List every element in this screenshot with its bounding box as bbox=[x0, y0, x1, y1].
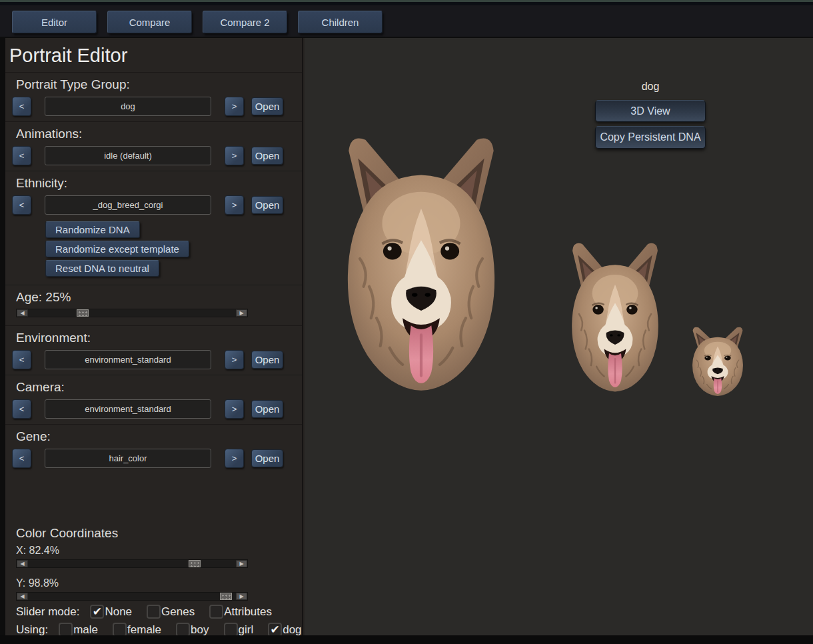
gene-value[interactable] bbox=[45, 449, 211, 468]
color-y-label: Y: 98.8% bbox=[16, 577, 294, 589]
color-x-slider-left-arrow-icon[interactable]: ◀ bbox=[17, 560, 28, 567]
color-x-label: X: 82.4% bbox=[16, 545, 294, 557]
color-y-slider[interactable]: ◀ ▶ bbox=[16, 592, 248, 601]
environment-label: Environment: bbox=[16, 331, 294, 345]
ethnicity-value[interactable] bbox=[45, 195, 211, 215]
section-portrait-type-group: Portrait Type Group: < > Open bbox=[5, 73, 302, 122]
portrait-type-group-value[interactable] bbox=[45, 97, 211, 116]
checkbox-girl-label: girl bbox=[239, 623, 254, 637]
ethnicity-open-button[interactable]: Open bbox=[251, 196, 283, 214]
portrait-type-group-label: Portrait Type Group: bbox=[16, 77, 294, 92]
color-y-slider-left-arrow-icon[interactable]: ◀ bbox=[17, 593, 28, 600]
tab-bar: Editor Compare Compare 2 Children bbox=[0, 5, 813, 38]
slider-mode-row: Slider mode: ✔ None Genes Attributes bbox=[16, 605, 294, 619]
ethnicity-prev-button[interactable]: < bbox=[12, 195, 31, 215]
checkbox-male[interactable] bbox=[59, 623, 73, 637]
portrait-large bbox=[327, 119, 515, 398]
checkbox-dog[interactable]: ✔ bbox=[268, 623, 282, 637]
tab-editor[interactable]: Editor bbox=[12, 11, 97, 33]
tab-compare[interactable]: Compare bbox=[107, 11, 192, 33]
using-row: Using: male female boy girl bbox=[16, 623, 294, 637]
animations-value[interactable] bbox=[45, 146, 211, 165]
color-x-slider-thumb[interactable] bbox=[189, 560, 201, 567]
view-3d-button[interactable]: 3D View bbox=[595, 100, 706, 122]
portrait-editor-window: Editor Compare Compare 2 Children Portra… bbox=[0, 0, 813, 644]
section-environment: Environment: < > Open bbox=[5, 326, 302, 375]
checkbox-female-label: female bbox=[127, 623, 161, 637]
copy-persistent-dna-button[interactable]: Copy Persistent DNA bbox=[595, 126, 706, 149]
randomize-dna-button[interactable]: Randomize DNA bbox=[45, 221, 140, 238]
age-slider-left-arrow-icon[interactable]: ◀ bbox=[17, 309, 28, 317]
portrait-type-group-open-button[interactable]: Open bbox=[251, 97, 283, 115]
section-camera: Camera: < > Open bbox=[5, 375, 302, 425]
checkbox-attributes-label: Attributes bbox=[224, 605, 272, 619]
section-gene: Gene: < > Open bbox=[5, 425, 302, 473]
checkbox-male-label: male bbox=[73, 623, 98, 637]
environment-prev-button[interactable]: < bbox=[12, 350, 31, 369]
ethnicity-label: Ethnicity: bbox=[16, 176, 294, 191]
portrait-caption: dog bbox=[595, 81, 706, 93]
ethnicity-next-button[interactable]: > bbox=[225, 195, 244, 215]
checkbox-boy-label: boy bbox=[191, 623, 209, 637]
age-slider[interactable]: ◀ ▶ bbox=[16, 309, 248, 317]
color-x-slider[interactable]: ◀ ▶ bbox=[16, 559, 248, 568]
camera-value[interactable] bbox=[45, 399, 211, 419]
gene-label: Gene: bbox=[16, 429, 294, 444]
portrait-type-group-prev-button[interactable]: < bbox=[12, 97, 31, 116]
portrait-small bbox=[686, 322, 750, 398]
panel-spacer bbox=[5, 473, 302, 521]
checkbox-none-label: None bbox=[105, 605, 132, 619]
window-chrome-left bbox=[0, 38, 5, 635]
checkbox-female[interactable] bbox=[113, 623, 127, 637]
color-y-slider-right-arrow-icon[interactable]: ▶ bbox=[236, 593, 247, 600]
checkbox-dog-label: dog bbox=[283, 623, 301, 637]
tab-compare-2[interactable]: Compare 2 bbox=[203, 11, 287, 33]
section-age: Age: 25% ◀ ▶ bbox=[5, 285, 302, 326]
checkbox-genes[interactable] bbox=[147, 605, 161, 619]
portrait-canvas: dog 3D View Copy Persistent DNA bbox=[305, 38, 813, 635]
gene-prev-button[interactable]: < bbox=[12, 449, 31, 468]
portrait-type-group-next-button[interactable]: > bbox=[225, 97, 244, 116]
checkbox-none[interactable]: ✔ bbox=[90, 605, 104, 619]
environment-open-button[interactable]: Open bbox=[251, 351, 283, 369]
camera-prev-button[interactable]: < bbox=[12, 399, 31, 419]
animations-prev-button[interactable]: < bbox=[12, 146, 31, 165]
color-coordinates-title: Color Coordinates bbox=[16, 526, 294, 541]
gene-open-button[interactable]: Open bbox=[251, 449, 283, 467]
checkbox-genes-label: Genes bbox=[161, 605, 195, 619]
age-slider-thumb[interactable] bbox=[77, 309, 89, 317]
slider-mode-label: Slider mode: bbox=[16, 605, 79, 619]
randomize-except-template-button[interactable]: Randomize except template bbox=[45, 241, 189, 257]
tab-children[interactable]: Children bbox=[298, 11, 383, 33]
animations-open-button[interactable]: Open bbox=[251, 147, 283, 165]
window-chrome-bottom bbox=[0, 635, 813, 644]
checkbox-girl[interactable] bbox=[224, 623, 238, 637]
color-x-slider-right-arrow-icon[interactable]: ▶ bbox=[236, 560, 247, 567]
page-title: Portrait Editor bbox=[5, 38, 302, 73]
camera-open-button[interactable]: Open bbox=[251, 400, 283, 418]
animations-next-button[interactable]: > bbox=[225, 146, 244, 165]
checkbox-boy[interactable] bbox=[176, 623, 190, 637]
portrait-medium bbox=[560, 232, 670, 396]
age-slider-right-arrow-icon[interactable]: ▶ bbox=[236, 309, 247, 317]
reset-dna-to-neutral-button[interactable]: Reset DNA to neutral bbox=[45, 260, 159, 277]
camera-label: Camera: bbox=[16, 380, 294, 395]
animations-label: Animations: bbox=[16, 127, 294, 141]
age-label: Age: 25% bbox=[16, 290, 294, 305]
color-y-slider-thumb[interactable] bbox=[220, 593, 232, 600]
using-label: Using: bbox=[16, 623, 48, 637]
section-color-coordinates: Color Coordinates X: 82.4% ◀ ▶ Y: 98.8% … bbox=[5, 521, 302, 644]
section-animations: Animations: < > Open bbox=[5, 122, 302, 171]
editor-panel: Portrait Editor Portrait Type Group: < >… bbox=[5, 38, 303, 635]
camera-next-button[interactable]: > bbox=[225, 399, 244, 419]
environment-next-button[interactable]: > bbox=[225, 350, 244, 369]
gene-next-button[interactable]: > bbox=[225, 449, 244, 468]
checkbox-attributes[interactable] bbox=[209, 605, 223, 619]
section-ethnicity: Ethnicity: < > Open Randomize DNA Random… bbox=[5, 171, 302, 285]
environment-value[interactable] bbox=[45, 350, 211, 369]
